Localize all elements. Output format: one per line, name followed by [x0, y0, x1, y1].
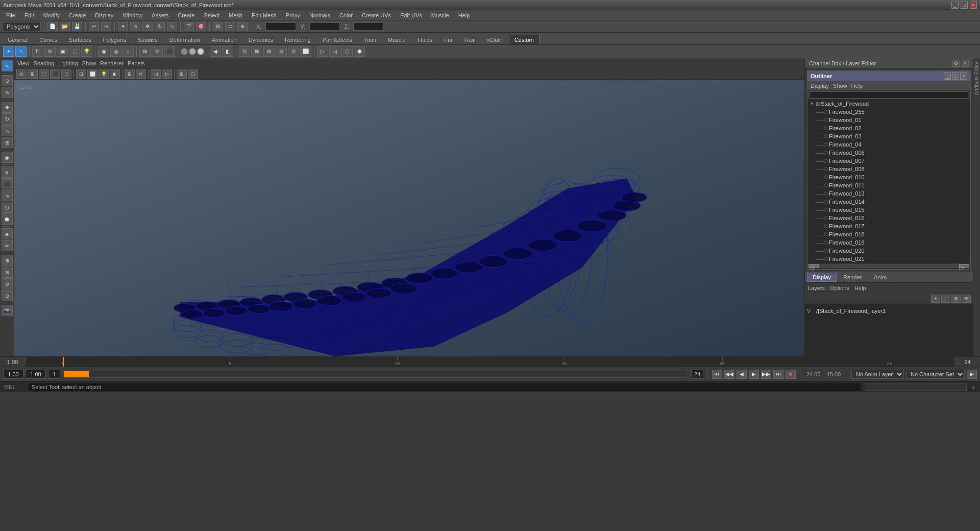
paint-select-btn[interactable]: ✎: [2, 87, 13, 98]
tree-root-item[interactable]: ▼ ⊞ Stack_of_Firewood: [807, 100, 970, 108]
history-icon[interactable]: H: [32, 46, 43, 57]
vt-bb-icon[interactable]: □: [61, 69, 71, 79]
outliner-search-input[interactable]: [810, 91, 968, 99]
tab-painteffects[interactable]: PaintEffects: [317, 35, 358, 44]
wire-icon[interactable]: ⊞: [139, 46, 151, 57]
tab-surfaces[interactable]: Surfaces: [63, 35, 96, 44]
character-set-selector[interactable]: No Character Set: [906, 370, 965, 379]
menu-create2[interactable]: Create: [174, 11, 199, 19]
snap-curve-icon[interactable]: ⊂: [225, 22, 235, 31]
isolate-icon[interactable]: ○: [122, 46, 134, 57]
channel-close-icon[interactable]: ×: [962, 60, 969, 67]
timeline-playhead[interactable]: [63, 357, 64, 367]
scroll-track[interactable]: [819, 264, 959, 268]
refresh-icon[interactable]: ⟳: [44, 46, 56, 57]
menu-muscle[interactable]: Muscle: [427, 11, 453, 19]
redo-icon[interactable]: ↪: [101, 22, 111, 31]
tab-fur[interactable]: Fur: [438, 35, 458, 44]
menu-modify[interactable]: Modify: [39, 11, 64, 19]
vp-menu-shading[interactable]: Shading: [34, 60, 54, 66]
extra3-icon[interactable]: ⬡: [341, 46, 353, 57]
outliner-tree[interactable]: ▼ ⊞ Stack_of_Firewood —— ⬡ Firewood_255 …: [807, 100, 970, 263]
vt-lighting2-icon[interactable]: 💡: [99, 69, 109, 79]
vt-grid-icon[interactable]: ⊞: [125, 69, 135, 79]
tree-item-firewood-016[interactable]: —— ⬡ Firewood_016: [807, 214, 970, 222]
vp-menu-view[interactable]: View: [17, 60, 30, 66]
menu-assets[interactable]: Assets: [148, 11, 173, 19]
context-selector[interactable]: Polygons: [2, 22, 41, 31]
layer-new-icon[interactable]: +: [931, 295, 940, 303]
layer-delete-icon[interactable]: -: [941, 295, 950, 303]
play-forward-btn[interactable]: ▶: [749, 370, 759, 379]
vt-smooth-icon[interactable]: ⬛: [50, 69, 60, 79]
display-layers-btn[interactable]: ≡: [2, 166, 13, 178]
play-back-btn[interactable]: ◀: [737, 370, 747, 379]
playback-start-frame[interactable]: [26, 370, 46, 379]
menu-edit[interactable]: Edit: [20, 11, 38, 19]
tree-item-firewood-018[interactable]: —— ⬡ Firewood_018: [807, 230, 970, 238]
smooth-wire-icon[interactable]: ⊟: [152, 46, 163, 57]
menu-normals[interactable]: Normals: [305, 11, 334, 19]
snap-grid-icon[interactable]: ⊞: [213, 22, 223, 31]
menu-select[interactable]: Select: [200, 11, 224, 19]
tab-muscle[interactable]: Muscle: [382, 35, 411, 44]
select-tool-btn[interactable]: ↖: [2, 60, 13, 71]
vt-extra2-icon[interactable]: ▷: [162, 69, 172, 79]
menu-edit-uvs[interactable]: Edit UVs: [396, 11, 426, 19]
tab-ncloth[interactable]: nCloth: [481, 35, 508, 44]
playback-range-start[interactable]: [48, 370, 60, 379]
record-btn[interactable]: ⏺: [786, 370, 796, 379]
tree-item-firewood-007[interactable]: —— ⬡ Firewood_007: [807, 157, 970, 165]
lasso-icon[interactable]: ⊙: [130, 22, 140, 31]
rotate-tool-btn[interactable]: ↻: [2, 113, 13, 125]
outliner-menu-display[interactable]: Display: [811, 83, 829, 89]
transform-tool-btn[interactable]: ⊞: [2, 137, 13, 148]
tree-item-firewood-03[interactable]: —— ⬡ Firewood_03: [807, 132, 970, 140]
vt-capture-icon[interactable]: ⬡: [188, 69, 198, 79]
close-button[interactable]: ×: [970, 2, 977, 9]
menu-edit-mesh[interactable]: Edit Mesh: [248, 11, 281, 19]
paint-btn[interactable]: ✏: [2, 240, 13, 251]
channel-settings-icon[interactable]: ⚙: [952, 60, 960, 67]
misc3-btn[interactable]: ⊘: [2, 278, 13, 289]
menu-proxy[interactable]: Proxy: [282, 11, 304, 19]
scale-tool-btn[interactable]: ⤡: [2, 125, 13, 136]
vt-persp-icon[interactable]: ⊞: [28, 69, 38, 79]
tab-general[interactable]: General: [2, 35, 33, 44]
soft-select-btn[interactable]: ◉: [2, 152, 13, 163]
save-scene-icon[interactable]: 💾: [72, 22, 82, 31]
tab-toon[interactable]: Toon: [358, 35, 382, 44]
tab-curves[interactable]: Curves: [34, 35, 63, 44]
x-input[interactable]: [265, 22, 296, 31]
snap-view2-icon[interactable]: ⊠: [251, 46, 262, 57]
vp-menu-renderer[interactable]: Renderer: [100, 60, 124, 66]
scroll-left-btn[interactable]: ◁: [808, 264, 819, 268]
vt-shadow-icon[interactable]: ◐: [110, 69, 120, 79]
misc4-btn[interactable]: ⊙: [2, 290, 13, 301]
anim-layer-selector[interactable]: No Anim Layer: [851, 370, 904, 379]
layer-tab-render[interactable]: Render: [838, 273, 867, 282]
vp-menu-lighting[interactable]: Lighting: [58, 60, 78, 66]
step-back-btn[interactable]: ◀◀: [724, 370, 734, 379]
outliner-menu-show[interactable]: Show: [833, 83, 847, 89]
camera-btn[interactable]: 📷: [2, 305, 13, 316]
rotate-icon[interactable]: ↻: [155, 22, 165, 31]
tree-item-firewood-255[interactable]: —— ⬡ Firewood_255: [807, 108, 970, 116]
tree-item-firewood-008[interactable]: —— ⬡ Firewood_008: [807, 165, 970, 173]
tab-fluids[interactable]: Fluids: [412, 35, 438, 44]
lasso-tool-btn[interactable]: ⊙: [2, 75, 13, 86]
playback-options-btn[interactable]: ▶: [967, 370, 977, 379]
vt-extra1-icon[interactable]: ◁: [151, 69, 161, 79]
vp-menu-panels[interactable]: Panels: [128, 60, 145, 66]
snap-view3-icon[interactable]: ⊞: [263, 46, 275, 57]
tool-icon-1[interactable]: ◀: [210, 46, 221, 57]
surface-tool-btn[interactable]: ⬡: [2, 202, 13, 213]
outliner-menu-help[interactable]: Help: [851, 83, 863, 89]
go-to-end-btn[interactable]: ⏭: [773, 370, 783, 379]
vt-wire-icon[interactable]: ⬚: [39, 69, 49, 79]
light-quality-3[interactable]: [197, 48, 204, 55]
ipr-render-icon[interactable]: 🎯: [196, 22, 206, 31]
menu-file[interactable]: File: [2, 11, 19, 19]
extra2-icon[interactable]: ◁: [329, 46, 340, 57]
layer-visibility-icon[interactable]: 👁: [962, 295, 971, 303]
